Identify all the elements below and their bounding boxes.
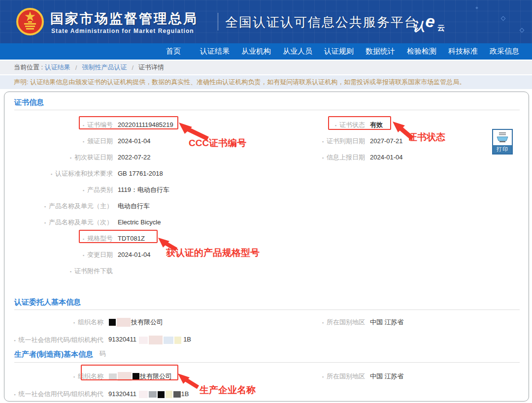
field-value-region: 中国 江苏省 — [370, 372, 404, 381]
field-value-applicant-org: 技有限公司 — [108, 318, 163, 327]
field-label: 所在国别地区 — [226, 372, 365, 381]
field-value-region: 中国 江苏省 — [370, 318, 404, 327]
attachment-download-label[interactable]: 证书附件下载 — [4, 267, 113, 276]
redaction-block — [158, 391, 165, 398]
nav-item-home[interactable]: 首页 — [153, 47, 194, 56]
main-nav: 首页 认证结果 从业机构 从业人员 认证规则 数据统计 检验检测 科技标准 政采… — [0, 43, 532, 60]
certificate-detail-page: { "colors": { "header_bg": "#1b4c9a", "n… — [0, 0, 532, 403]
field-row-expiry-date: 证书到期日期 2027-07-21 — [226, 133, 403, 149]
field-row-applicant-org: 组织名称 技有限公司 — [4, 313, 191, 331]
nav-item-cert-results[interactable]: 认证结果 — [194, 47, 235, 56]
field-row-report-date: 信息上报日期 2024-01-04 — [226, 149, 403, 165]
field-row-attachment-download: 证书附件下载 — [4, 263, 173, 279]
nav-item-cert-rules[interactable]: 认证规则 — [318, 47, 360, 56]
nav-item-procurement[interactable]: 政采信息 — [484, 47, 525, 56]
field-row-producer-region: 所在国别地区 中国 江苏省 — [226, 368, 404, 385]
logo-char-yun: 云 — [437, 24, 445, 33]
section-divider — [14, 310, 520, 310]
highlight-box-model — [79, 230, 158, 243]
redaction-block — [149, 336, 163, 344]
field-value: 2024-01-04 — [118, 137, 151, 145]
field-row-product-category: 产品类别 1119：电动自行车 — [4, 182, 173, 198]
field-label: 产品名称及单元（次） — [4, 218, 113, 227]
annotation-status: 证书状态 — [408, 131, 445, 144]
nav-item-tech-standards[interactable]: 科技标准 — [442, 47, 484, 56]
breadcrumb-link-cert-results[interactable]: 认证结果 — [45, 63, 70, 72]
field-row-applicant-region: 所在国别地区 中国 江苏省 — [226, 313, 404, 331]
applicant-fields-right: 所在国别地区 中国 江苏省 — [226, 313, 404, 331]
field-row-applicant-code: 统一社会信用代码/组织机构代 91320411 1B — [4, 331, 191, 349]
redaction-block — [166, 391, 172, 398]
print-button[interactable]: 打印 — [492, 129, 513, 155]
national-emblem-logo — [16, 6, 44, 37]
site-header: 国家市场监督管理总局 State Administration for Mark… — [0, 0, 532, 43]
agency-title-en: State Administration for Market Regulati… — [51, 28, 194, 34]
breadcrumb-separator: / — [132, 64, 133, 71]
field-label: 证书到期日期 — [226, 137, 365, 146]
header-divider — [218, 13, 218, 31]
nav-item-inspection[interactable]: 检验检测 — [401, 47, 442, 56]
field-row-product-name-sub: 产品名称及单元（次） Electric Bicycle — [4, 214, 173, 230]
annotation-arrow-icon — [177, 373, 200, 389]
field-row-standard: 认证标准和技术要求 GB 17761-2018 — [4, 165, 173, 182]
section-title-certificate: 证书信息 — [14, 98, 44, 107]
section-divider — [14, 110, 520, 110]
breadcrumb-current: 证书详情 — [138, 63, 164, 72]
print-button-label: 打印 — [493, 145, 512, 154]
section-divider — [14, 362, 520, 363]
field-row-issue-date: 颁证日期 2024-01-04 — [4, 133, 173, 149]
platform-title: 全国认证认可信息公共服务平台 — [225, 14, 418, 31]
decor-dot-icon — [475, 6, 478, 9]
nav-item-data-stats[interactable]: 数据统计 — [360, 47, 401, 56]
breadcrumb-separator: / — [75, 64, 77, 71]
field-row-producer-code: 统一社会信用代码/组织机构代 91320411 1B — [4, 385, 189, 402]
highlight-box-cert-no — [79, 116, 178, 129]
field-value: 电动自行车 — [118, 202, 150, 211]
field-row-product-name-main: 产品名称及单元（主） 电动自行车 — [4, 198, 173, 214]
redaction-block — [149, 391, 157, 398]
logo-char-e: e — [424, 11, 436, 31]
redaction-block — [173, 391, 181, 398]
field-value: Electric Bicycle — [118, 218, 161, 226]
section-title-producer: 生产者(制造商)基本信息 — [14, 350, 93, 359]
breadcrumb: 当前位置 : 认证结果 / 强制性产品认证 / 证书详情 — [0, 61, 532, 74]
nav-item-personnel[interactable]: 从业人员 — [277, 47, 318, 56]
field-row-first-issue-date: 初次获证日期 2022-07-22 — [4, 149, 173, 165]
field-label: 统一社会信用代码/组织机构代 — [4, 390, 103, 399]
applicant-fields-left: 组织名称 技有限公司 统一社会信用代码/组织机构代 91320411 1B — [4, 313, 191, 349]
highlight-box-producer-org — [81, 365, 178, 380]
decor-diamond-icon — [501, 16, 506, 21]
field-label: 统一社会信用代码/组织机构代 — [4, 336, 103, 344]
annotation-model: 获认证的产品规格型号 — [166, 247, 260, 259]
breadcrumb-link-ccc[interactable]: 强制性产品认证 — [82, 63, 127, 72]
field-label: 初次获证日期 — [4, 153, 113, 162]
decor-diamond-icon — [520, 28, 525, 33]
producer-fields-right: 所在国别地区 中国 江苏省 — [226, 368, 404, 385]
highlight-box-status — [328, 116, 391, 130]
redaction-block — [139, 391, 148, 398]
field-label: 认证标准和技术要求 — [4, 169, 113, 178]
field-value: GB 17761-2018 — [118, 170, 163, 177]
field-label: 组织名称 — [4, 318, 103, 327]
field-value: 2022-07-22 — [118, 154, 151, 161]
breadcrumb-prefix: 当前位置 : — [14, 63, 43, 72]
field-row-change-date: 变更日期 2024-01-04 — [4, 247, 173, 263]
annotation-cert-no: CCC证书编号 — [189, 137, 246, 150]
wrapped-label-char: 码 — [100, 349, 106, 358]
redaction-block — [109, 319, 116, 326]
section-title-applicant: 认证委托人基本信息 — [14, 298, 81, 307]
certificate-panel: 证书信息 证书编号 2022011119485219 颁证日期 2024-01-… — [4, 92, 529, 402]
redaction-block — [117, 318, 131, 327]
field-label: 产品名称及单元（主） — [4, 202, 113, 211]
nav-item-institutions[interactable]: 从业机构 — [235, 47, 277, 56]
field-value-applicant-code: 91320411 1B — [108, 336, 191, 344]
field-value: 1119：电动自行车 — [118, 186, 169, 194]
redaction-block — [174, 337, 181, 344]
field-label: 变更日期 — [4, 250, 113, 259]
disclaimer-bar: 声明: 认证结果信息由颁发证书的认证机构提供，数据的真实性、准确性由认证机构负责… — [0, 75, 532, 89]
field-label: 产品类别 — [4, 186, 113, 194]
redaction-block — [164, 337, 173, 344]
logo-char-ren: 认 — [413, 19, 425, 34]
redaction-block — [139, 337, 148, 344]
field-label: 所在国别地区 — [226, 318, 365, 327]
